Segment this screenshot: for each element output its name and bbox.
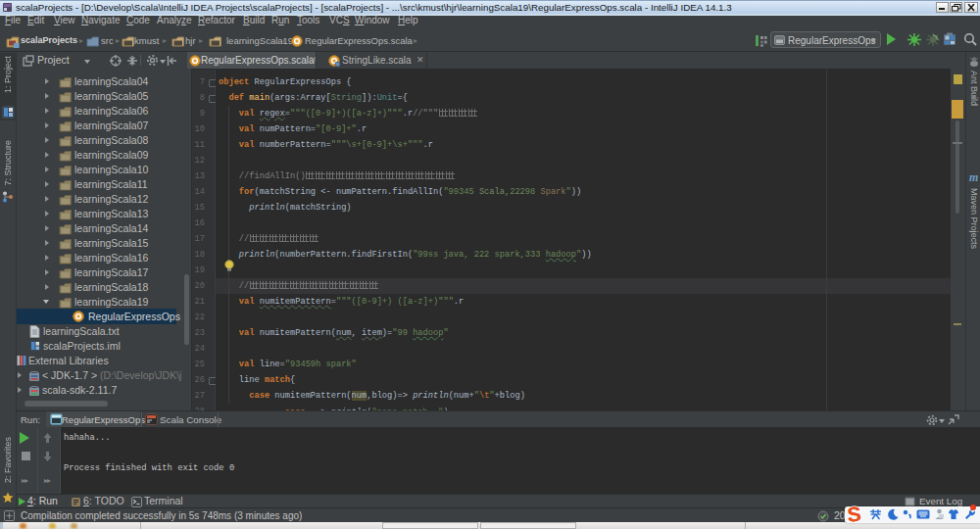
svg-text:m: m: [969, 171, 978, 183]
svg-text:S: S: [846, 503, 861, 526]
